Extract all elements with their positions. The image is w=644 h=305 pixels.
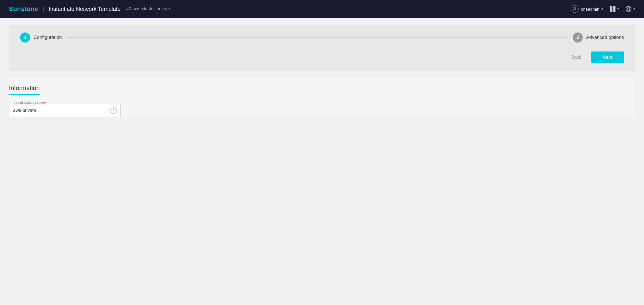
page-subtitle: #0 aws-cluster-private [126, 6, 170, 11]
user-avatar-icon [571, 5, 579, 13]
stepper: 1 Configuration 2 Advanced options [20, 32, 624, 43]
step-2-label: Advanced options [586, 35, 624, 40]
grid-icon [610, 6, 615, 12]
brand-logo[interactable]: Sunstone [9, 5, 38, 13]
globe-icon [626, 6, 632, 12]
step-connector-line [67, 37, 567, 38]
network-name-input[interactable] [13, 108, 110, 113]
globe-chevron-icon: ▾ [633, 7, 635, 11]
back-button[interactable]: Back [566, 52, 587, 63]
wizard-panel: 1 Configuration 2 Advanced options Back … [9, 25, 635, 71]
step-1-circle: 1 [20, 32, 30, 43]
step-2-circle: 2 [573, 32, 583, 43]
page-title: Instantiate Network Template [49, 6, 121, 12]
help-icon[interactable]: ? [110, 107, 117, 114]
header-right: oneadmin ▾ ▾ ▾ [571, 5, 635, 13]
grid-menu-button[interactable]: ▾ [610, 6, 619, 12]
language-menu-button[interactable]: ▾ [626, 6, 635, 12]
header-left: Sunstone | Instantiate Network Template … [9, 5, 170, 13]
user-chevron-icon: ▾ [602, 7, 603, 11]
network-name-field-group: Virtual Network Name ? [9, 104, 121, 117]
main-content: 1 Configuration 2 Advanced options Back … [0, 18, 644, 131]
section-title: Information [9, 85, 40, 95]
step-1-label: Configuration [34, 35, 62, 40]
network-name-label: Virtual Network Name [12, 101, 47, 105]
network-name-input-wrapper: ? [9, 104, 121, 117]
information-section: Information Virtual Network Name ? [9, 78, 635, 117]
step-2[interactable]: 2 Advanced options [573, 32, 624, 43]
step-1[interactable]: 1 Configuration [20, 32, 62, 43]
user-menu[interactable]: oneadmin ▾ [571, 5, 603, 13]
wizard-actions: Back Next [20, 51, 624, 63]
svg-point-0 [574, 8, 575, 9]
grid-chevron-icon: ▾ [617, 7, 619, 11]
next-button[interactable]: Next [591, 51, 624, 63]
user-name-label: oneadmin [581, 7, 599, 11]
app-header: Sunstone | Instantiate Network Template … [0, 0, 644, 18]
header-divider: | [42, 5, 44, 13]
